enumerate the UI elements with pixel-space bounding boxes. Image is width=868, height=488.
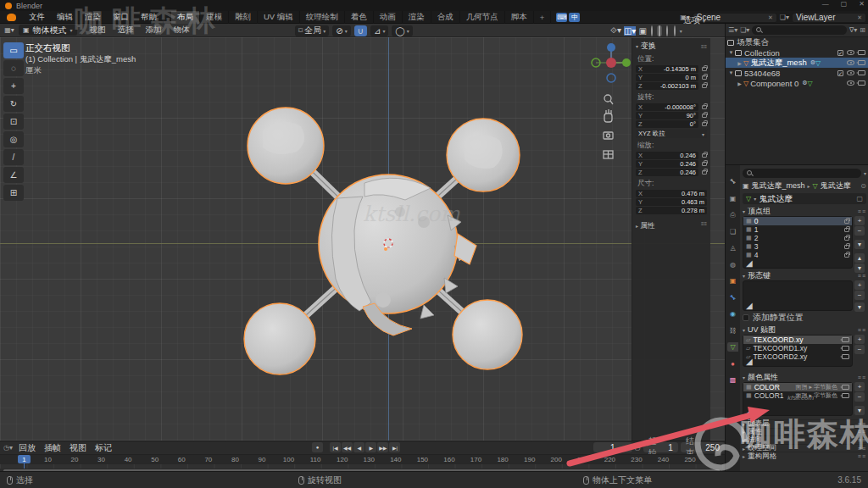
menu-窗口[interactable]: 窗口 (107, 12, 135, 23)
menu-编辑[interactable]: 编辑 (51, 12, 79, 23)
remove-shape-key-button[interactable]: − (854, 291, 865, 300)
proportional-edit-toggle[interactable]: ◯▾ (392, 25, 412, 36)
tab-object[interactable]: ▣ (727, 276, 738, 286)
playback-next-keyframe-button[interactable]: ▶▶ (377, 442, 388, 452)
maximize-button[interactable]: ▢ (841, 0, 848, 8)
workspace-tab-渲染[interactable]: 渲染 (403, 11, 431, 24)
outliner-row-component[interactable]: ▶ ▽ Component 0 ⚙ ▽ (726, 78, 868, 88)
scale-z-field[interactable]: Z0.246 (636, 169, 698, 176)
timeline-track[interactable] (0, 464, 725, 469)
filter-dropdown[interactable]: ∇▾ (849, 26, 857, 34)
viewport-tool-2[interactable]: + (3, 78, 24, 94)
vertex-groups-header[interactable]: ▾顶点组≡≡ (743, 206, 866, 216)
outliner-row-collection[interactable]: ▼ Collection ✓ (726, 47, 868, 58)
viewport-tool-8[interactable]: ⊞ (3, 185, 24, 201)
expand-icon[interactable]: ▶ (736, 80, 743, 86)
timeline-editor-type-dropdown[interactable]: ◷▾ (3, 444, 13, 452)
hide-icon[interactable] (847, 70, 854, 75)
disable-render-icon[interactable] (858, 80, 865, 86)
blender-menu-icon[interactable] (7, 14, 16, 21)
auto-keying-toggle[interactable]: ● (312, 442, 323, 452)
frame-start-field[interactable]: 起始1 (643, 442, 678, 452)
dimensions-z-field[interactable]: Z0.278 m (636, 207, 707, 214)
xray-toggle[interactable]: ▣ (638, 26, 646, 36)
properties-search-input[interactable] (743, 169, 861, 178)
panel-menu-icon[interactable]: ≡≡ (701, 44, 707, 49)
shading-wireframe-button[interactable] (649, 25, 654, 36)
disable-render-icon[interactable] (858, 50, 865, 55)
frame-ruler[interactable]: 1020304050607080901001101201301401501601… (0, 454, 725, 464)
outliner-display-mode-dropdown[interactable]: ☰▾ (728, 26, 737, 34)
pivot-point-dropdown[interactable]: ⊘▾ (332, 25, 350, 36)
exclude-checkbox[interactable]: ✓ (837, 50, 843, 56)
navigation-gizmo[interactable] (589, 41, 633, 85)
expand-icon[interactable]: ▼ (727, 70, 735, 75)
render-camera-icon[interactable] (842, 354, 849, 359)
outliner-row-scene-collection[interactable]: 场景集合 (726, 37, 868, 47)
dimensions-x-field[interactable]: X0.476 m (636, 190, 707, 197)
tab-world[interactable]: ◍ (727, 260, 738, 269)
show-overlays-toggle[interactable]: ◫▾ (624, 26, 636, 36)
hide-icon[interactable] (847, 80, 854, 86)
location-x-field[interactable]: X-0.14305 m (636, 65, 698, 73)
color-attributes-header[interactable]: ▾颜色属性≡≡ (743, 372, 866, 382)
uv-map-row[interactable]: ▱TEXCOORD.xy (743, 336, 852, 344)
tab-constraints[interactable]: ⛓ (727, 326, 738, 336)
lock-icon[interactable] (702, 84, 707, 88)
menu-物体[interactable]: 物体 (168, 25, 196, 36)
breadcrumb-object[interactable]: 鬼武达摩_mesh (752, 180, 805, 191)
vertex-groups-list[interactable]: ▦0▦1▦2▦3▦4 ◢ (743, 216, 853, 269)
render-camera-icon[interactable] (842, 346, 849, 351)
workspace-tab-脚本[interactable]: 脚本 (505, 11, 534, 24)
collapsed-panel-重构网格[interactable]: ▸重构网格≡≡ (743, 452, 866, 460)
render-camera-icon[interactable] (842, 385, 849, 390)
viewlayer-remove-icon[interactable]: ✕ (857, 14, 862, 21)
playback-play-reverse-button[interactable]: ◀ (353, 442, 364, 452)
shading-dropdown[interactable]: ▾ (680, 28, 682, 34)
shape-keys-list[interactable]: ◢ (743, 280, 853, 311)
vertex-group-row[interactable]: ▦4 (743, 251, 852, 259)
lock-icon[interactable] (702, 105, 707, 109)
playback-prev-keyframe-button[interactable]: ◀◀ (342, 442, 353, 452)
move-group-up-button[interactable]: ▴ (854, 253, 865, 263)
preview-range-clock-icon[interactable]: ◷ (635, 444, 641, 452)
shading-solid-button[interactable] (657, 25, 662, 36)
vertex-group-row[interactable]: ▦1 (743, 225, 852, 234)
outliner-filter-icon[interactable]: ❏▾ (740, 26, 749, 34)
lock-icon[interactable] (844, 253, 849, 258)
timeline-menu-插帧[interactable]: 插帧 (40, 442, 65, 454)
breadcrumb-data[interactable]: 鬼武达摩 (821, 180, 851, 191)
current-frame-field[interactable]: 1 (593, 442, 632, 452)
dimensions-y-field[interactable]: Y0.463 m (636, 198, 707, 206)
workspace-tab-建模[interactable]: 建模 (200, 11, 229, 24)
color-attribute-row[interactable]: ▦COLOR面拐 ▸ 字节颜色 (743, 383, 852, 391)
remove-color-attribute-button[interactable]: − (854, 392, 865, 402)
tab-render[interactable]: ▣ (727, 194, 738, 203)
viewport-tool-6[interactable]: / (3, 149, 24, 165)
rotation-x-field[interactable]: X-0.000008° (636, 103, 698, 111)
turtle-body[interactable] (319, 175, 476, 336)
rotation-y-field[interactable]: Y90° (636, 112, 698, 119)
tab-view-layer[interactable]: ❏ (727, 227, 738, 236)
tab-tool[interactable]: 🔧︎ (727, 177, 738, 186)
lock-icon[interactable] (702, 122, 707, 126)
uv-maps-list[interactable]: ▱TEXCOORD.xy▱TEXCOORD1.xy▱TEXCOORD2.xy ◢ (743, 335, 853, 367)
color-attributes-list[interactable]: ▦COLOR面拐 ▸ 字节颜色▦COLOR1面拐 ▸ 字节颜色 kfsil.co… (743, 382, 853, 416)
add-uv-map-button[interactable]: + (854, 335, 865, 344)
viewport-tool-3[interactable]: ↻ (3, 96, 24, 112)
new-collection-button[interactable]: ⊞ (860, 26, 865, 34)
tab-material[interactable]: ● (727, 359, 738, 369)
expand-icon[interactable]: ▶ (736, 60, 743, 66)
outliner-row-collection2[interactable]: ▼ 53404e68 ✓ (726, 68, 868, 78)
lock-icon[interactable] (844, 245, 849, 249)
rotation-z-field[interactable]: Z0° (636, 120, 698, 128)
playback-play-button[interactable]: ▶ (365, 442, 376, 452)
vertex-group-row[interactable]: ▦0 (743, 217, 852, 225)
uv-map-row[interactable]: ▱TEXCOORD1.xy (743, 344, 852, 352)
minimize-button[interactable]: — (822, 0, 829, 8)
timeline-menu-回放[interactable]: 回放 (14, 442, 40, 454)
rotation-mode-dropdown[interactable]: XYZ 欧拉▾ (636, 130, 707, 138)
vertex-group-row[interactable]: ▦3 (743, 242, 852, 251)
menu-文件[interactable]: 文件 (23, 12, 51, 23)
3d-viewport[interactable]: 正交右视图 (1) Collection | 鬼武达摩_mesh 厘米 ▭◌+↻… (0, 37, 725, 441)
